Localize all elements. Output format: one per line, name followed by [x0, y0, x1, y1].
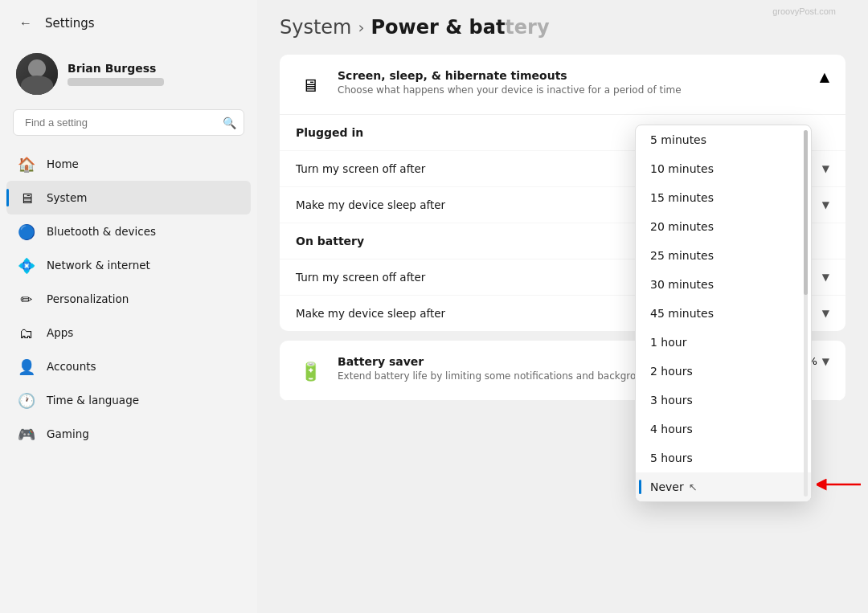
card-chevron[interactable]: ▲ [820, 69, 829, 84]
sidebar-item-label: Network & internet [47, 259, 150, 272]
bluetooth-icon: 🔵 [18, 223, 35, 240]
sidebar-item-label: Bluetooth & devices [47, 225, 156, 238]
sleep-battery-label: Make my device sleep after [296, 307, 445, 320]
sidebar: ← Settings Brian Burgess 🔍 🏠 Home 🖥 Syst… [0, 0, 257, 613]
plugged-in-label: Plugged in [296, 126, 363, 139]
sidebar-item-network[interactable]: 💠 Network & internet [6, 248, 251, 282]
sidebar-item-system[interactable]: 🖥 System [6, 181, 251, 215]
system-icon: 🖥 [18, 189, 35, 206]
settings-title: Settings [45, 16, 95, 31]
apps-icon: 🗂 [18, 324, 35, 341]
dropdown-option-25min[interactable]: 25 minutes [636, 241, 811, 270]
network-icon: 💠 [18, 256, 35, 274]
sidebar-item-apps[interactable]: 🗂 Apps [6, 316, 251, 349]
sidebar-item-accounts[interactable]: 👤 Accounts [6, 349, 251, 383]
dropdown-option-label: 5 hours [650, 452, 693, 464]
avatar [16, 53, 58, 95]
avatar-image [16, 53, 58, 95]
chevron-down-icon-2: ▼ [822, 199, 829, 210]
dropdown-option-label: 45 minutes [650, 307, 714, 320]
dropdown-option-label: 10 minutes [650, 162, 714, 175]
on-battery-label: On battery [296, 235, 364, 247]
dropdown-option-label: Never [650, 480, 684, 493]
red-arrow-indicator [817, 475, 865, 494]
sleep-plugged-label: Make my device sleep after [296, 198, 445, 211]
dropdown-option-1hr[interactable]: 1 hour [636, 328, 811, 357]
dropdown-option-label: 4 hours [650, 423, 693, 435]
sidebar-item-label: Apps [47, 326, 73, 339]
dropdown-option-label: 2 hours [650, 365, 693, 378]
sidebar-item-home[interactable]: 🏠 Home [6, 147, 251, 181]
dropdown-option-label: 20 minutes [650, 220, 714, 233]
chevron-down-icon-3: ▼ [822, 272, 829, 283]
screen-icon: 🖥 [296, 71, 325, 100]
dropdown-option-label: 15 minutes [650, 191, 714, 204]
dropdown-option-4hr[interactable]: 4 hours [636, 415, 811, 443]
sidebar-item-personalization[interactable]: ✏️ Personalization [6, 282, 251, 316]
dropdown-option-label: 3 hours [650, 394, 693, 407]
dropdown-option-5hr[interactable]: 5 hours [636, 443, 811, 472]
chevron-down-icon: ▼ [822, 163, 829, 174]
sidebar-item-bluetooth[interactable]: 🔵 Bluetooth & devices [6, 215, 251, 248]
sidebar-item-time[interactable]: 🕐 Time & language [6, 383, 251, 417]
nav-list: 🏠 Home 🖥 System 🔵 Bluetooth & devices 💠 … [0, 147, 257, 613]
sleep-plugged-value[interactable]: ▼ [817, 199, 829, 210]
dropdown-option-2hr[interactable]: 2 hours [636, 357, 811, 386]
accounts-icon: 👤 [18, 358, 35, 375]
dropdown-option-45min[interactable]: 45 minutes [636, 299, 811, 328]
sidebar-item-label: Home [47, 157, 79, 170]
user-name: Brian Burgess [68, 62, 164, 75]
home-icon: 🏠 [18, 155, 35, 173]
main-content: groovyPost.com System › Power & battery … [257, 0, 868, 613]
dropdown-option-10min[interactable]: 10 minutes [636, 154, 811, 183]
sidebar-item-label: System [47, 191, 87, 204]
search-icon: 🔍 [223, 116, 236, 129]
dropdown-option-label: 1 hour [650, 336, 686, 349]
sidebar-item-label: Personalization [47, 292, 129, 305]
personalization-icon: ✏️ [18, 290, 35, 308]
user-profile: Brian Burgess [0, 43, 257, 101]
sleep-battery-value[interactable]: ▼ [817, 308, 829, 319]
screen-off-battery-label: Turn my screen off after [296, 271, 425, 284]
scrollbar-thumb [804, 130, 808, 295]
breadcrumb-arrow: › [358, 18, 365, 37]
dropdown-option-label: 5 minutes [650, 133, 706, 146]
cursor-icon: ↖ [689, 481, 698, 493]
time-icon: 🕐 [18, 391, 35, 409]
card-title: Screen, sleep, & hibernate timeouts [338, 69, 682, 82]
screen-off-plugged-label: Turn my screen off after [296, 162, 425, 175]
sidebar-item-label: Gaming [47, 427, 89, 440]
dropdown-option-label: 25 minutes [650, 249, 714, 262]
sidebar-header: ← Settings [0, 0, 257, 43]
back-button[interactable]: ← [16, 13, 35, 34]
screen-off-battery-value[interactable]: ▼ [817, 272, 829, 283]
dropdown-option-3hr[interactable]: 3 hours [636, 386, 811, 415]
dropdown-option-20min[interactable]: 20 minutes [636, 212, 811, 241]
sidebar-item-gaming[interactable]: 🎮 Gaming [6, 417, 251, 451]
sidebar-item-label: Time & language [47, 394, 139, 407]
search-box: 🔍 [13, 109, 244, 136]
red-arrow-svg [817, 475, 865, 494]
scrollbar-track [804, 130, 808, 497]
breadcrumb: System › Power & battery [280, 16, 845, 39]
dropdown-option-label: 30 minutes [650, 278, 714, 291]
card-desc: Choose what happens when your device is … [338, 84, 682, 97]
chevron-down-icon-5: ▼ [822, 356, 829, 367]
watermark: groovyPost.com [772, 6, 836, 16]
dropdown-list: 5 minutes10 minutes15 minutes20 minutes2… [635, 125, 812, 502]
dropdown-menu: 5 minutes10 minutes15 minutes20 minutes2… [635, 125, 812, 502]
card-section-header: 🖥 Screen, sleep, & hibernate timeouts Ch… [280, 55, 845, 115]
user-email-bar [68, 78, 164, 86]
breadcrumb-page: Power & battery [371, 16, 550, 39]
search-input[interactable] [13, 109, 244, 136]
card-header-text: Screen, sleep, & hibernate timeouts Choo… [338, 69, 682, 97]
sidebar-item-label: Accounts [47, 360, 96, 373]
chevron-down-icon-4: ▼ [822, 308, 829, 319]
user-info: Brian Burgess [68, 62, 164, 86]
dropdown-option-never[interactable]: Never ↖ [636, 472, 811, 501]
screen-off-plugged-value[interactable]: ▼ [817, 163, 829, 174]
dropdown-option-5min[interactable]: 5 minutes [636, 125, 811, 154]
dropdown-option-30min[interactable]: 30 minutes [636, 270, 811, 299]
dropdown-option-15min[interactable]: 15 minutes [636, 183, 811, 212]
selected-indicator [639, 480, 641, 494]
